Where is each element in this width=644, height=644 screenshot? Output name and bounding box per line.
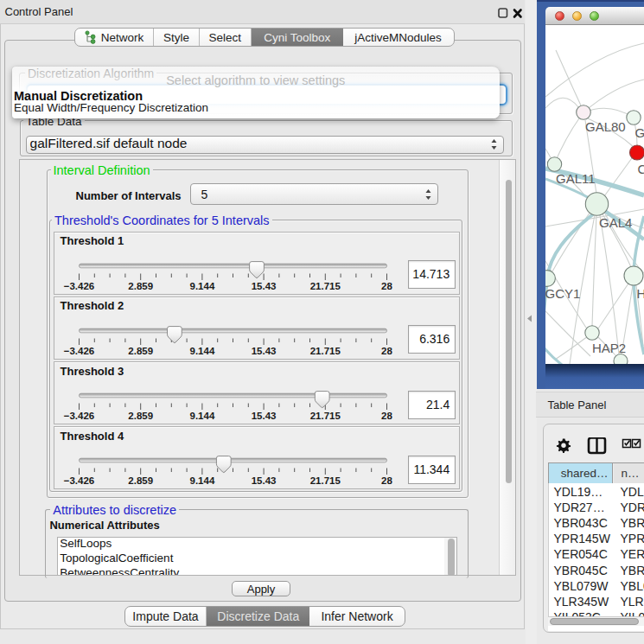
svg-text:15.43: 15.43 xyxy=(251,280,276,290)
svg-text:2.859: 2.859 xyxy=(128,411,153,421)
svg-text:21.715: 21.715 xyxy=(309,475,341,486)
svg-text:28: 28 xyxy=(381,346,392,356)
svg-text:2.859: 2.859 xyxy=(128,280,153,290)
svg-text:H: H xyxy=(637,286,644,301)
svg-text:−3.426: −3.426 xyxy=(63,346,94,356)
svg-text:21.715: 21.715 xyxy=(309,411,341,421)
svg-text:GCY1: GCY1 xyxy=(545,286,580,301)
svg-text:15.43: 15.43 xyxy=(251,475,276,486)
svg-text:9.144: 9.144 xyxy=(189,475,214,486)
svg-text:28: 28 xyxy=(381,280,392,290)
svg-text:−3.426: −3.426 xyxy=(63,475,94,486)
svg-text:9.144: 9.144 xyxy=(189,346,214,356)
svg-text:15.43: 15.43 xyxy=(251,411,276,421)
svg-text:9.144: 9.144 xyxy=(189,280,214,290)
svg-text:HAP2: HAP2 xyxy=(592,341,626,355)
svg-text:C: C xyxy=(638,162,644,176)
svg-text:−3.426: −3.426 xyxy=(63,411,94,421)
svg-text:−3.426: −3.426 xyxy=(63,280,94,290)
svg-text:9.144: 9.144 xyxy=(189,411,214,421)
svg-text:GA: GA xyxy=(635,125,644,140)
svg-text:21.715: 21.715 xyxy=(309,280,341,290)
svg-text:21.715: 21.715 xyxy=(309,346,341,356)
svg-text:2.859: 2.859 xyxy=(128,346,153,356)
svg-text:GAL80: GAL80 xyxy=(585,119,626,134)
svg-text:GAL11: GAL11 xyxy=(556,171,596,186)
svg-text:GAL4: GAL4 xyxy=(599,215,632,230)
svg-text:28: 28 xyxy=(381,411,392,421)
svg-text:2.859: 2.859 xyxy=(128,475,153,486)
svg-text:15.43: 15.43 xyxy=(251,346,276,356)
svg-text:28: 28 xyxy=(381,475,392,486)
